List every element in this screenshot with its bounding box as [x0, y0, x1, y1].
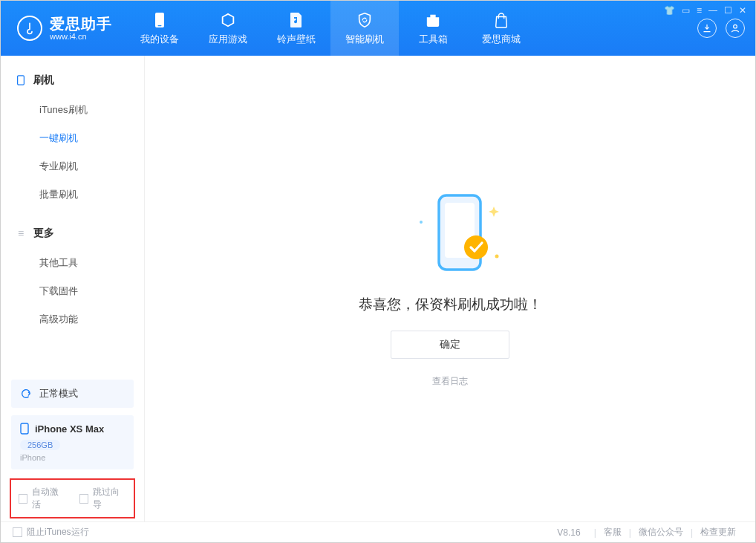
- menu-icon[interactable]: ≡: [697, 5, 702, 16]
- app-title: 爱思助手: [50, 16, 112, 32]
- shirt-icon[interactable]: 👕: [664, 5, 675, 16]
- header-actions: [697, 19, 745, 38]
- app-url: www.i4.cn: [50, 32, 112, 41]
- footer-link-wechat[interactable]: 微信公众号: [639, 526, 683, 539]
- sidebar-item-oneclick-flash[interactable]: 一键刷机: [1, 124, 144, 152]
- brand-glyph: [23, 22, 36, 35]
- sidebar-item-download-firmware[interactable]: 下载固件: [1, 277, 144, 305]
- checkbox-label: 自动激活: [32, 486, 65, 511]
- main-nav: 我的设备 应用游戏 铃声壁纸 智能刷机 工具箱 爱思商城: [126, 1, 535, 56]
- device-model: iPhone XS Max: [35, 423, 104, 435]
- svg-rect-3: [18, 76, 25, 85]
- user-button[interactable]: [726, 19, 745, 38]
- checkbox-icon: [13, 527, 22, 537]
- checkbox-auto-activate[interactable]: 自动激活: [19, 486, 66, 511]
- device-capacity: 256GB: [20, 440, 60, 450]
- confirm-button[interactable]: 确定: [391, 331, 509, 359]
- nav-label: 智能刷机: [345, 33, 384, 46]
- user-icon: [730, 23, 740, 33]
- shopping-bag-icon: [492, 11, 510, 29]
- app-header: 爱思助手 www.i4.cn 我的设备 应用游戏 铃声壁纸 智能刷机 工具箱 爱…: [1, 1, 755, 56]
- download-button[interactable]: [697, 19, 717, 38]
- sidebar-item-other-tools[interactable]: 其他工具: [1, 249, 144, 277]
- flash-menu: iTunes刷机 一键刷机 专业刷机 批量刷机: [1, 96, 144, 209]
- nav-toolbox[interactable]: 工具箱: [399, 1, 467, 56]
- download-icon: [702, 23, 712, 33]
- toolbox-icon: [424, 11, 442, 29]
- shield-refresh-icon: [356, 11, 374, 29]
- section-title: 更多: [33, 227, 54, 240]
- device-panel: 正常模式 iPhone XS Max 256GB iPhone: [1, 380, 144, 478]
- sidebar-item-itunes-flash[interactable]: iTunes刷机: [1, 96, 144, 124]
- svg-point-6: [495, 255, 499, 259]
- logo: 爱思助手 www.i4.cn: [1, 16, 126, 41]
- device-type: iPhone: [20, 453, 125, 462]
- svg-rect-1: [158, 25, 162, 26]
- main-content: 恭喜您，保资料刷机成功啦！ 确定 查看日志: [145, 56, 755, 521]
- checkbox-block-itunes[interactable]: 阻止iTunes运行: [13, 526, 89, 539]
- footer-link-update[interactable]: 检查更新: [700, 526, 736, 539]
- nav-label: 铃声壁纸: [277, 33, 316, 46]
- checkbox-label: 阻止iTunes运行: [27, 526, 89, 539]
- cube-icon: [219, 11, 237, 29]
- nav-label: 应用游戏: [209, 33, 247, 46]
- phone-small-icon: [20, 423, 29, 435]
- music-file-icon: [287, 11, 305, 29]
- sync-icon: [20, 388, 32, 400]
- more-menu: 其他工具 下载固件 高级功能: [1, 249, 144, 334]
- nav-label: 工具箱: [419, 33, 448, 46]
- brand-text: 爱思助手 www.i4.cn: [50, 16, 112, 41]
- svg-point-2: [734, 25, 737, 28]
- nav-apps-games[interactable]: 应用游戏: [194, 1, 262, 56]
- maximize-button[interactable]: ☐: [724, 5, 732, 16]
- svg-point-9: [464, 235, 488, 259]
- nav-label: 爱思商城: [482, 33, 521, 46]
- close-button[interactable]: ✕: [739, 5, 746, 16]
- nav-my-device[interactable]: 我的设备: [126, 1, 194, 56]
- svg-rect-4: [21, 423, 28, 434]
- sidebar-scroll: 刷机 iTunes刷机 一键刷机 专业刷机 批量刷机 ≡ 更多 其他工具 下载固…: [1, 56, 144, 380]
- options-highlight: 自动激活 跳过向导: [10, 478, 135, 518]
- success-illustration: [409, 189, 491, 279]
- nav-ringtones-wallpapers[interactable]: 铃声壁纸: [262, 1, 330, 56]
- device-info-box[interactable]: iPhone XS Max 256GB iPhone: [11, 415, 134, 469]
- sidebar-section-flash: 刷机: [1, 69, 144, 91]
- checkbox-icon: [79, 494, 88, 504]
- view-log-link[interactable]: 查看日志: [432, 375, 468, 388]
- phone-icon: [151, 11, 169, 29]
- nav-store[interactable]: 爱思商城: [467, 1, 535, 56]
- status-bar: 阻止iTunes运行 V8.16 | 客服 | 微信公众号 | 检查更新: [1, 521, 755, 542]
- nav-label: 我的设备: [140, 33, 179, 46]
- minimize-button[interactable]: —: [708, 5, 717, 16]
- checkbox-icon: [19, 494, 27, 504]
- feedback-icon[interactable]: ▭: [682, 5, 690, 16]
- sidebar-item-advanced[interactable]: 高级功能: [1, 305, 144, 334]
- app-body: 刷机 iTunes刷机 一键刷机 专业刷机 批量刷机 ≡ 更多 其他工具 下载固…: [1, 56, 755, 521]
- list-icon: ≡: [16, 228, 26, 238]
- checkbox-skip-guide[interactable]: 跳过向导: [79, 486, 127, 511]
- checkbox-label: 跳过向导: [93, 486, 126, 511]
- sidebar-section-more: ≡ 更多: [1, 222, 144, 244]
- brand-icon: [17, 16, 42, 41]
- sidebar-item-pro-flash[interactable]: 专业刷机: [1, 152, 144, 181]
- success-message: 恭喜您，保资料刷机成功啦！: [359, 295, 542, 314]
- sidebar-item-batch-flash[interactable]: 批量刷机: [1, 181, 144, 209]
- device-mode-box[interactable]: 正常模式: [11, 380, 134, 408]
- svg-point-5: [420, 221, 423, 224]
- footer-link-support[interactable]: 客服: [604, 526, 622, 539]
- version-label: V8.16: [557, 527, 580, 538]
- device-small-icon: [16, 75, 26, 85]
- nav-smart-flash[interactable]: 智能刷机: [330, 1, 399, 56]
- window-controls: 👕 ▭ ≡ — ☐ ✕: [664, 5, 746, 16]
- section-title: 刷机: [33, 74, 54, 87]
- device-mode-label: 正常模式: [39, 387, 78, 400]
- sidebar: 刷机 iTunes刷机 一键刷机 专业刷机 批量刷机 ≡ 更多 其他工具 下载固…: [1, 56, 145, 521]
